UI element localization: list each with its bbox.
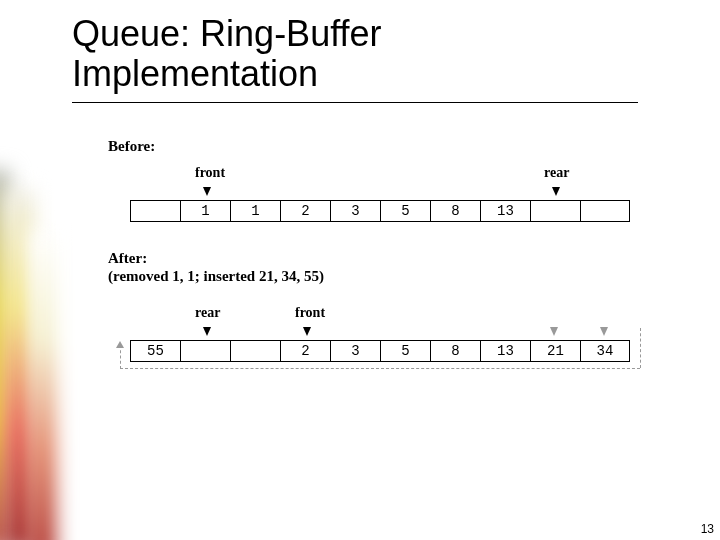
wrap-path [120, 368, 640, 370]
cell: 3 [330, 200, 380, 222]
cell: 2 [280, 340, 330, 362]
cell: 55 [130, 340, 180, 362]
front-label-1: front [195, 165, 225, 181]
rear-arrow-1 [552, 187, 560, 196]
cell [580, 200, 630, 222]
rear-label-1: rear [544, 165, 569, 181]
cell: 8 [430, 200, 480, 222]
cell: 5 [380, 340, 430, 362]
cell [180, 340, 230, 362]
before-label: Before: [108, 138, 155, 155]
cell [230, 340, 280, 362]
page-title: Queue: Ring-Buffer Implementation [72, 14, 382, 93]
after-detail: (removed 1, 1; inserted 21, 34, 55) [108, 268, 324, 285]
cell: 5 [380, 200, 430, 222]
title-line-2: Implementation [72, 53, 318, 94]
cell: 2 [280, 200, 330, 222]
wrap-arrowhead-icon [116, 341, 124, 348]
cell: 1 [180, 200, 230, 222]
cell: 13 [480, 340, 530, 362]
wrap-path [120, 345, 122, 369]
cell: 3 [330, 340, 380, 362]
cell [530, 200, 580, 222]
cell: 13 [480, 200, 530, 222]
cell [130, 200, 180, 222]
front-label-2: front [295, 305, 325, 321]
front-arrow-1 [203, 187, 211, 196]
front-arrow-2 [303, 327, 311, 336]
cell: 1 [230, 200, 280, 222]
after-label: After: [108, 250, 147, 267]
cell: 34 [580, 340, 630, 362]
wrap-indicator-arrow [550, 327, 558, 336]
buffer-before: 1 1 2 3 5 8 13 [130, 200, 630, 222]
buffer-after: 55 2 3 5 8 13 21 34 [130, 340, 630, 362]
cell: 21 [530, 340, 580, 362]
title-underline [72, 102, 638, 103]
rear-arrow-2 [203, 327, 211, 336]
decorative-sidebar [0, 170, 60, 540]
wrap-indicator-arrow [600, 327, 608, 336]
title-line-1: Queue: Ring-Buffer [72, 13, 382, 54]
rear-label-2: rear [195, 305, 220, 321]
page-number: 13 [701, 522, 714, 536]
cell: 8 [430, 340, 480, 362]
